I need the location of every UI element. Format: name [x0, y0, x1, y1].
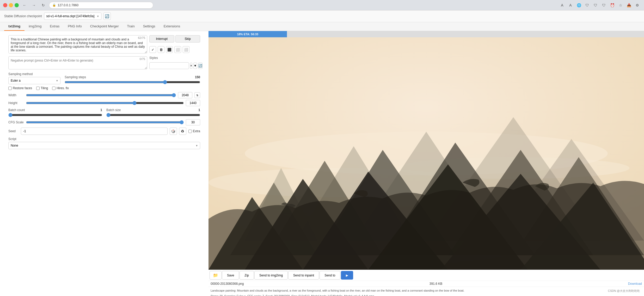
sampling-steps-slider[interactable] — [65, 80, 200, 84]
refresh-icon: 🔄 — [105, 14, 109, 18]
tab-img2img[interactable]: img2img — [24, 22, 46, 31]
tab-train[interactable]: Train — [123, 22, 139, 31]
extra-checkbox[interactable]: Extra — [188, 129, 200, 133]
send-to-inpaint-btn[interactable]: Send to inpaint — [288, 271, 319, 280]
cfg-input[interactable] — [186, 119, 200, 125]
checkpoint-select[interactable]: sd-v1-4-full-ema.ckpt [14749efc0a] — [44, 13, 101, 20]
red-btn[interactable]: ⬛ — [166, 46, 173, 53]
seed-section: Seed 🎲 ♻ Extra — [8, 128, 200, 135]
sampling-method-label: Sampling method — [8, 72, 60, 76]
checkboxes-row: Restore faces Tiling Hires. fix — [8, 86, 200, 90]
reload-btn[interactable]: ↻ — [40, 2, 47, 9]
file-info-row: 00000-2013080368.png 391.6 KB Download — [208, 281, 644, 287]
browser-controls — [3, 3, 19, 7]
negative-token-count: 0/75 — [140, 57, 145, 61]
icon-row: ✓ 🗑 ⬛ ⬜ ⬜ — [149, 46, 200, 53]
generated-image — [208, 37, 644, 270]
batch-count-label: Batch count — [8, 108, 25, 112]
script-select[interactable]: None — [8, 142, 200, 149]
interrupt-button[interactable]: Interrupt — [149, 35, 174, 43]
batch-size-value: 1 — [198, 108, 200, 112]
progress-text: 18% ETA: 56:33 — [237, 33, 258, 36]
batch-size-slider[interactable] — [106, 113, 200, 117]
positive-prompt-section: This is a traditional Chinese painting w… — [8, 35, 147, 54]
restore-faces-checkbox[interactable]: Restore faces — [8, 86, 32, 90]
prompts-col: This is a traditional Chinese painting w… — [8, 35, 147, 72]
styles-row: × ▼ 🔄 — [149, 62, 200, 69]
sampling-method-select[interactable]: Euler a — [8, 77, 60, 84]
ext-icon-4[interactable]: 🛡 — [584, 2, 591, 9]
batch-count-slider[interactable] — [8, 113, 102, 117]
minimize-btn[interactable] — [9, 3, 13, 7]
skip-button[interactable]: Skip — [175, 35, 200, 43]
height-slider[interactable] — [26, 101, 184, 105]
styles-input[interactable] — [149, 62, 189, 69]
app-container: Stable Diffusion checkpoint sd-v1-4-full… — [0, 10, 644, 296]
negative-prompt-textarea[interactable] — [8, 56, 147, 69]
ext-icon-5[interactable]: 🛡 — [592, 2, 599, 9]
folder-icon: 📁 — [213, 273, 218, 277]
image-metadata: Steps: 20, Sampler: Euler a, CFG scale: … — [211, 294, 642, 296]
sampling-section: Sampling method Euler a ▼ Sampling steps… — [8, 72, 200, 84]
tab-txt2img[interactable]: txt2img — [4, 22, 24, 31]
browser-icons: A A 🌐 🛡 🛡 🛡 ⏰ ☆ 📥 ⚙ — [559, 2, 641, 9]
cfg-slider[interactable] — [26, 120, 184, 124]
sampling-steps-group: Sampling steps 150 — [65, 75, 200, 84]
ext-icon-6[interactable]: 🛡 — [600, 2, 608, 9]
send-to-extra-btn[interactable]: ▶ — [341, 271, 353, 280]
ext-icon-2[interactable]: A — [567, 2, 574, 9]
seed-recycle-btn[interactable]: ♻ — [179, 128, 186, 135]
ext-icon-7[interactable]: ⏰ — [609, 2, 616, 9]
height-label: Height — [8, 101, 24, 105]
tab-checkpoint-merger[interactable]: Checkpoint Merger — [86, 22, 123, 31]
positive-prompt-textarea[interactable]: This is a traditional Chinese painting w… — [8, 35, 147, 53]
trash-icon-btn[interactable]: 🗑 — [158, 46, 164, 53]
send-to-img2img-btn[interactable]: Send to img2img — [254, 271, 288, 280]
tab-extras[interactable]: Extras — [46, 22, 64, 31]
height-input[interactable] — [186, 100, 200, 106]
save-btn[interactable]: Save — [222, 271, 239, 280]
width-slider[interactable] — [26, 93, 176, 97]
script-section: Script None ▼ — [8, 137, 200, 149]
checkpoint-refresh-btn[interactable]: 🔄 — [103, 13, 111, 20]
send-to-btn[interactable]: Send to — [320, 271, 340, 280]
swap-dimensions-btn[interactable]: ⇅ — [194, 92, 200, 98]
sampling-steps-label: Sampling steps — [65, 75, 86, 79]
styles-refresh-btn[interactable]: 🔄 — [198, 63, 203, 69]
close-btn[interactable] — [3, 3, 7, 7]
hires-fix-checkbox[interactable]: Hires. fix — [52, 86, 69, 90]
tab-pnginfo[interactable]: PNG Info — [64, 22, 86, 31]
ext-icon-10[interactable]: ⚙ — [634, 2, 641, 9]
ext-icon-3[interactable]: 🌐 — [575, 2, 582, 9]
styles-dropdown-btn[interactable]: ▼ — [193, 63, 197, 69]
square-btn-1[interactable]: ⬜ — [174, 46, 181, 53]
ext-icon-1[interactable]: A — [559, 2, 566, 9]
ext-icon-8[interactable]: ☆ — [617, 2, 624, 9]
folder-btn[interactable]: 📁 — [210, 271, 222, 280]
tab-settings[interactable]: Settings — [139, 22, 160, 31]
width-input[interactable] — [178, 92, 192, 98]
prompt-and-buttons: This is a traditional Chinese painting w… — [4, 33, 204, 72]
check-icon-btn[interactable]: ✓ — [149, 46, 156, 53]
back-btn[interactable]: ← — [21, 2, 28, 9]
tiling-checkbox[interactable]: Tiling — [36, 86, 48, 90]
maximize-btn[interactable] — [15, 3, 19, 7]
forward-btn[interactable]: → — [30, 2, 38, 9]
filename: 00000-2013080368.png — [211, 282, 244, 286]
styles-x-btn[interactable]: × — [190, 63, 192, 69]
download-link[interactable]: Download — [628, 282, 642, 286]
ext-icon-9[interactable]: 📥 — [625, 2, 633, 9]
right-panel: 18% ETA: 56:33 — [208, 31, 644, 296]
address-bar[interactable]: 🔒 127.0.0.1:7860 — [49, 2, 153, 9]
url-display: 127.0.0.1:7860 — [58, 3, 78, 7]
width-label: Width — [8, 93, 24, 97]
file-size: 391.6 KB — [430, 282, 442, 286]
seed-random-btn[interactable]: 🎲 — [170, 128, 177, 135]
zip-btn[interactable]: Zip — [240, 271, 254, 280]
batch-size-group: Batch size 1 — [106, 108, 200, 117]
square-btn-2[interactable]: ⬜ — [183, 46, 189, 53]
seed-input[interactable] — [21, 128, 168, 135]
image-description-section: Landscape painting: Mountain and clouds … — [208, 287, 644, 296]
progress-bar-section: 18% ETA: 56:33 — [208, 31, 644, 37]
tab-extensions[interactable]: Extensions — [160, 22, 185, 31]
